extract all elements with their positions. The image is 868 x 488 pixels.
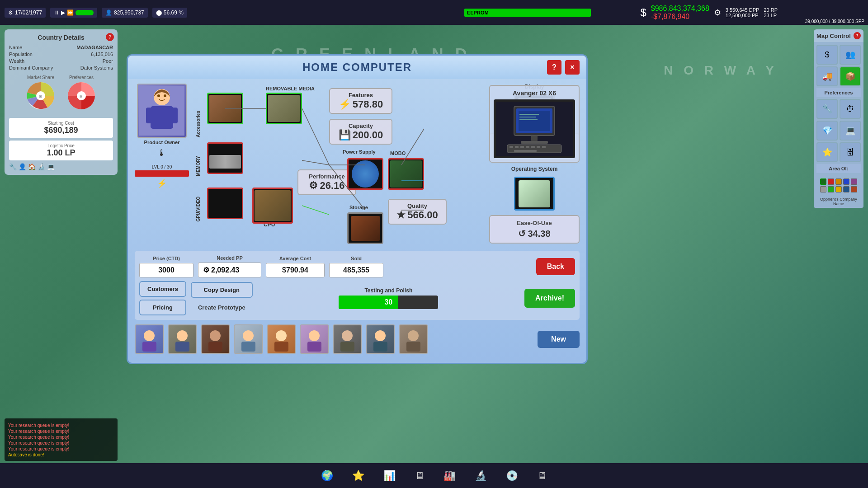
- svg-rect-34: [520, 146, 524, 148]
- preferences-label: Preferences: [66, 75, 97, 80]
- status-icons-row: 🔧 👤 🏠 🔬 💻: [9, 163, 113, 170]
- accessories-component[interactable]: [207, 93, 243, 124]
- svg-point-56: [408, 330, 419, 341]
- close-button[interactable]: ×: [565, 60, 580, 75]
- svg-line-20: [302, 206, 329, 215]
- settings-icon[interactable]: ⚙: [714, 8, 721, 18]
- os-component[interactable]: [489, 177, 580, 211]
- percentage-display: ⬤ 56.69 %: [152, 8, 187, 18]
- color-dot-1[interactable]: [820, 178, 826, 185]
- toolbar-microscope-icon[interactable]: 🔬: [472, 467, 490, 484]
- storage-label: Storage: [349, 205, 368, 210]
- svg-point-52: [342, 330, 353, 341]
- new-button[interactable]: New: [538, 331, 580, 348]
- rc-btn-db[interactable]: 🗄: [840, 142, 861, 162]
- color-dot-9[interactable]: [843, 186, 849, 192]
- rc-btn-star[interactable]: ⭐: [816, 142, 838, 162]
- color-dot-4[interactable]: [843, 178, 849, 185]
- archive-button[interactable]: Archive!: [524, 289, 575, 308]
- logistic-price-label: Logistic Price: [12, 143, 110, 148]
- svg-text:⊞: ⊞: [39, 94, 42, 99]
- pause-controls[interactable]: ⏸ ▶ ⏩: [50, 8, 97, 18]
- rc-btn-green[interactable]: 📦: [840, 66, 861, 86]
- toolbar-star-icon[interactable]: ⭐: [349, 467, 367, 484]
- removable-media-component[interactable]: [266, 93, 302, 124]
- play-icon[interactable]: ▶: [61, 9, 65, 16]
- accessories-image: [207, 93, 243, 124]
- toolbar-factory-icon[interactable]: 🏭: [441, 467, 458, 484]
- avatar-8[interactable]: [366, 324, 395, 354]
- avatar-9[interactable]: [399, 324, 428, 354]
- pp-col: Needed PP ⚙ 2,092.43: [198, 255, 261, 277]
- rc-btn-gem[interactable]: 💎: [816, 121, 838, 141]
- mobo-image: [388, 158, 424, 190]
- performance-label: Performance: [306, 173, 348, 180]
- gpu-component[interactable]: [207, 188, 243, 219]
- memory-component[interactable]: [207, 142, 243, 174]
- color-dot-10[interactable]: [851, 186, 857, 192]
- avatar-1[interactable]: [135, 324, 164, 354]
- toolbar-chart-icon[interactable]: 📊: [381, 467, 398, 484]
- svg-rect-51: [307, 342, 321, 352]
- rc-btn-timer[interactable]: ⏱: [840, 99, 861, 119]
- toolbar-disc-icon[interactable]: 💿: [503, 467, 521, 484]
- color-dot-6[interactable]: [820, 186, 826, 192]
- help-button[interactable]: ?: [547, 60, 561, 75]
- capacity-stat-box: Capacity 💾 200.00: [329, 119, 392, 145]
- cpu-component[interactable]: [252, 188, 293, 224]
- color-dot-7[interactable]: [828, 186, 834, 192]
- testing-section: Testing and Polish 30: [257, 287, 520, 309]
- svg-text:⊞: ⊞: [80, 94, 83, 99]
- map-control-help-icon[interactable]: ?: [854, 32, 861, 39]
- color-dot-8[interactable]: [835, 186, 842, 192]
- rc-btn-tools[interactable]: 🔧: [816, 99, 838, 119]
- date-display: ⚙ 17/02/1977: [5, 8, 46, 18]
- toolbar-globe-icon[interactable]: 🌍: [318, 467, 336, 484]
- pie-charts-container: Market Share ⊞ Preferences: [9, 75, 113, 113]
- customers-button[interactable]: Customers: [139, 281, 186, 297]
- svg-rect-47: [241, 342, 255, 352]
- storage-component[interactable]: [347, 212, 383, 244]
- sold-input: [329, 263, 383, 277]
- avatar-5[interactable]: [267, 324, 296, 354]
- color-dot-2[interactable]: [828, 178, 834, 185]
- avatar-7[interactable]: [333, 324, 362, 354]
- capacity-value: 💾 200.00: [337, 129, 384, 141]
- svg-rect-43: [175, 342, 189, 352]
- capacity-icon: 💾: [339, 129, 351, 141]
- quality-label: Quality: [396, 202, 439, 209]
- rc-btn-people[interactable]: 👥: [840, 45, 861, 65]
- price-input[interactable]: [139, 263, 193, 277]
- avatar-2[interactable]: [168, 324, 197, 354]
- pricing-button[interactable]: Pricing: [139, 300, 186, 315]
- buttons-row: Customers Pricing Copy Design Create Pro…: [139, 281, 575, 315]
- avatar-4[interactable]: [234, 324, 263, 354]
- create-prototype-button[interactable]: Create Prototype: [191, 300, 253, 314]
- avatar-3[interactable]: [201, 324, 230, 354]
- power-supply-component[interactable]: [347, 158, 383, 190]
- bottom-toolbar: 🌍 ⭐ 📊 🖥 🏭 🔬 💿 🖥: [0, 463, 868, 488]
- character-svg: [139, 86, 184, 136]
- country-help-icon[interactable]: ?: [106, 33, 114, 41]
- fast-forward-icon[interactable]: ⏩: [67, 9, 74, 16]
- pause-icon[interactable]: ⏸: [54, 9, 59, 16]
- avanger-section: Avanger 02 X6: [489, 85, 580, 163]
- top-bar: ⚙ 17/02/1977 ⏸ ▶ ⏩ 👤 825,950,737 ⬤ 56.69…: [0, 0, 868, 25]
- rc-btn-truck[interactable]: 🚚: [816, 66, 838, 86]
- color-dot-5[interactable]: [851, 178, 857, 185]
- color-dots-row: [814, 176, 863, 195]
- svg-rect-30: [521, 141, 548, 144]
- avatar-6[interactable]: [300, 324, 329, 354]
- rc-btn-chip[interactable]: 💻: [840, 121, 861, 141]
- product-owner-image: [137, 84, 187, 138]
- quality-stat-box: Quality ★ 566.00: [388, 199, 447, 225]
- lvl-container: LVL 0 / 30: [135, 164, 189, 177]
- color-dot-3[interactable]: [835, 178, 842, 185]
- toolbar-screen-icon[interactable]: 🖥: [534, 467, 550, 484]
- copy-design-button[interactable]: Copy Design: [191, 282, 253, 298]
- svg-rect-35: [526, 146, 529, 148]
- toolbar-monitor-icon[interactable]: 🖥: [412, 467, 427, 484]
- back-button[interactable]: Back: [536, 258, 575, 275]
- mobo-component[interactable]: [388, 158, 424, 190]
- rc-btn-dollar[interactable]: $: [816, 45, 838, 65]
